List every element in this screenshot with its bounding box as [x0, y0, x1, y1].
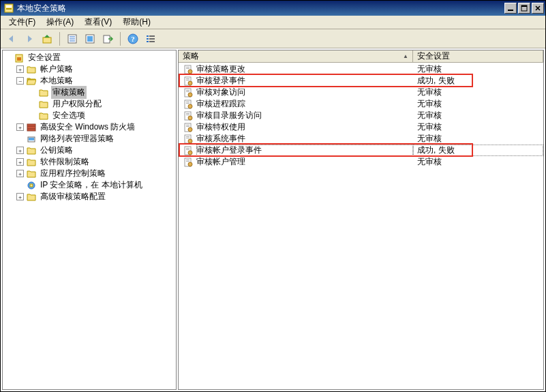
svg-point-48 [188, 104, 192, 108]
policy-icon [183, 157, 194, 168]
svg-rect-54 [186, 125, 189, 125]
refresh-button[interactable] [82, 31, 98, 47]
svg-rect-19 [149, 35, 155, 37]
help-button[interactable]: ? [125, 31, 141, 47]
policy-icon [183, 134, 194, 145]
svg-point-56 [188, 127, 192, 132]
list-item[interactable]: 审核对象访问无审核 [179, 87, 543, 98]
menu-help[interactable]: 帮助(H) [117, 15, 156, 29]
tree-pane[interactable]: 安全设置 + 帐户策略 − 本地策略 [2, 50, 177, 390]
collapse-icon[interactable]: − [16, 77, 24, 85]
expand-icon[interactable]: + [16, 65, 24, 73]
list-item[interactable]: 审核帐户管理无审核 [179, 156, 543, 168]
title-bar: 本地安全策略 [1, 1, 545, 16]
toolbar-separator-2 [120, 32, 121, 46]
expand-icon[interactable]: + [16, 170, 24, 177]
svg-rect-2 [6, 8, 12, 10]
folder-icon [38, 99, 49, 110]
svg-point-40 [188, 81, 192, 85]
svg-rect-30 [29, 138, 34, 140]
back-button[interactable] [3, 31, 20, 47]
folder-icon [26, 192, 37, 202]
svg-rect-8 [43, 37, 51, 43]
toolbar: ? [1, 29, 545, 48]
svg-point-52 [188, 116, 192, 120]
svg-rect-14 [87, 36, 93, 42]
svg-rect-67 [186, 161, 189, 162]
svg-rect-39 [186, 80, 189, 80]
tree-pk[interactable]: + 公钥策略 [15, 145, 176, 156]
list-item[interactable]: 审核目录服务访问无审核 [179, 110, 543, 121]
expand-icon[interactable]: + [16, 123, 24, 131]
up-button[interactable] [39, 31, 55, 47]
folder-icon [26, 157, 37, 168]
tree-ipsec[interactable]: IP 安全策略，在 本地计算机 [15, 179, 176, 191]
list-item[interactable]: 审核登录事件成功, 失败 [179, 75, 543, 87]
svg-rect-62 [186, 148, 189, 149]
list-item[interactable]: 审核策略更改无审核 [179, 63, 543, 75]
close-button[interactable] [532, 3, 544, 14]
window-buttons [504, 3, 544, 14]
svg-rect-5 [521, 5, 527, 7]
header-policy[interactable]: 策略 ▲ [179, 50, 413, 62]
tree-aapc[interactable]: + 高级审核策略配置 [15, 191, 176, 202]
folder-icon [26, 168, 37, 179]
expand-icon[interactable]: + [16, 147, 24, 154]
security-settings-icon [14, 52, 25, 63]
tree-audit-policy[interactable]: 审核策略 [27, 87, 176, 98]
policy-icon [183, 145, 194, 156]
menu-action[interactable]: 操作(A) [41, 15, 79, 29]
svg-rect-35 [186, 68, 189, 69]
tree-wfas[interactable]: + 高级安全 Windows 防火墙 [15, 121, 176, 133]
menu-view[interactable]: 查看(V) [79, 15, 117, 29]
tree-account-policies[interactable]: + 帐户策略 [15, 63, 176, 75]
svg-rect-63 [186, 149, 189, 150]
maximize-button[interactable] [518, 3, 530, 14]
tree-nlm[interactable]: 网络列表管理器策略 [15, 133, 176, 145]
folder-icon [38, 110, 49, 121]
svg-rect-51 [186, 115, 189, 115]
menu-file[interactable]: 文件(F) [3, 15, 41, 29]
tree-user-rights[interactable]: 用户权限分配 [27, 98, 176, 110]
tree-root[interactable]: 安全设置 + 帐户策略 − 本地策略 [3, 52, 176, 202]
svg-rect-22 [147, 41, 149, 42]
svg-text:?: ? [131, 35, 135, 43]
policy-icon [183, 64, 194, 75]
export-button[interactable] [100, 31, 116, 47]
forward-button[interactable] [21, 31, 37, 47]
svg-rect-47 [186, 103, 189, 104]
tree-acp[interactable]: + 应用程序控制策略 [15, 168, 176, 179]
svg-rect-1 [6, 5, 12, 7]
list-mode-button[interactable] [142, 31, 159, 47]
list-item[interactable]: 审核特权使用无审核 [179, 121, 543, 133]
ipsec-icon [26, 180, 37, 191]
header-setting[interactable]: 安全设置 [413, 50, 543, 62]
list-item[interactable]: 审核进程跟踪无审核 [179, 98, 543, 110]
tree-local-policies[interactable]: − 本地策略 [15, 75, 176, 87]
svg-rect-23 [149, 41, 155, 42]
svg-point-36 [188, 70, 192, 74]
properties-button[interactable] [64, 31, 80, 47]
svg-rect-38 [186, 78, 189, 79]
list-pane: 策略 ▲ 安全设置 审核策略更改无审核 审核登录事件成功, 失败 审核对象访问无… [178, 50, 544, 390]
minimize-button[interactable] [504, 3, 517, 14]
policy-icon [183, 110, 194, 121]
svg-rect-46 [186, 102, 189, 102]
policy-icon [183, 99, 194, 110]
tree-srp[interactable]: + 软件限制策略 [15, 156, 176, 168]
policy-icon [183, 122, 194, 133]
svg-rect-21 [149, 38, 155, 40]
list-item[interactable]: 审核帐户登录事件成功, 失败 [179, 145, 543, 156]
list-body[interactable]: 审核策略更改无审核 审核登录事件成功, 失败 审核对象访问无审核 审核进程跟踪无… [179, 63, 543, 389]
svg-rect-43 [186, 91, 189, 92]
expand-icon[interactable]: + [16, 158, 24, 166]
svg-rect-26 [27, 124, 35, 131]
folder-icon [38, 87, 49, 98]
expand-icon[interactable]: + [16, 193, 24, 200]
list-item[interactable]: 审核系统事件无审核 [179, 133, 543, 145]
tree-security-options[interactable]: 安全选项 [27, 110, 176, 121]
svg-rect-42 [186, 90, 189, 91]
svg-rect-3 [508, 10, 513, 11]
svg-point-60 [188, 139, 192, 143]
svg-rect-66 [186, 160, 189, 160]
